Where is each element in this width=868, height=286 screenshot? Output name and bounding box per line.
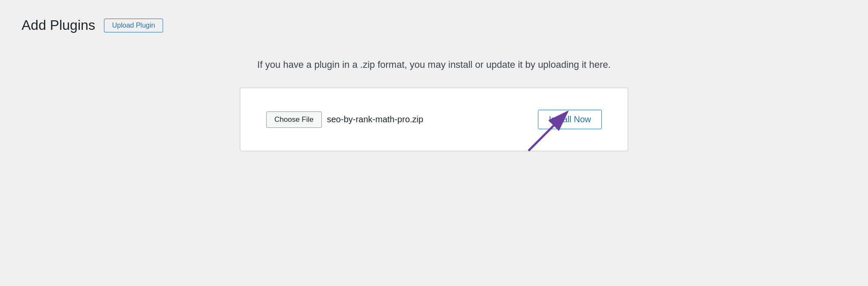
upload-box: Choose File seo-by-rank-math-pro.zip Ins… bbox=[240, 88, 628, 151]
upload-plugin-button[interactable]: Upload Plugin bbox=[104, 19, 164, 32]
choose-file-button[interactable]: Choose File bbox=[266, 111, 322, 128]
page-title: Add Plugins bbox=[22, 17, 95, 33]
page-wrapper: Add Plugins Upload Plugin If you have a … bbox=[0, 0, 868, 286]
page-header: Add Plugins Upload Plugin bbox=[22, 17, 846, 33]
install-now-button[interactable]: Install Now bbox=[538, 110, 602, 129]
file-name-label: seo-by-rank-math-pro.zip bbox=[327, 114, 423, 124]
description-text: If you have a plugin in a .zip format, y… bbox=[22, 59, 846, 70]
file-input-area: Choose File seo-by-rank-math-pro.zip bbox=[266, 111, 423, 128]
